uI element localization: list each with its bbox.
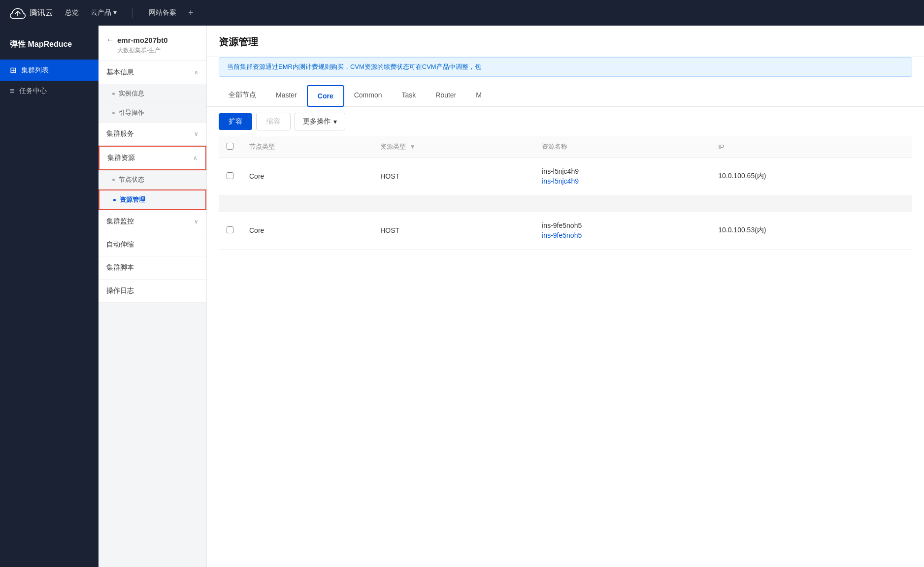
nav-divider (132, 8, 133, 18)
nav-products[interactable]: 云产品 ▾ (91, 8, 117, 17)
menu-cluster-script-label: 集群脚本 (106, 263, 134, 272)
table-row: Core HOST ins-l5njc4h9 ins-l5njc4h9 10.0… (219, 158, 912, 195)
logo-area: 腾讯云 (10, 7, 53, 19)
chevron-down-icon: ∨ (194, 130, 198, 137)
cluster-name: emr-mo207bt0 (117, 36, 168, 44)
row2-resource-name-link[interactable]: ins-9fe5noh5 (542, 231, 702, 239)
row1-resource-name-link[interactable]: ins-l5njc4h9 (542, 177, 702, 185)
table-container: 节点类型 资源类型 ▼ 资源名称 IP Core (207, 136, 924, 567)
more-ops-button[interactable]: 更多操作 ▾ (295, 113, 345, 130)
menu-ops-log[interactable]: 操作日志 (99, 280, 206, 303)
main-layout: 弹性 MapReduce ⊞ 集群列表 ≡ 任务中心 ← emr-mo207bt… (0, 26, 924, 567)
tab-common[interactable]: Common (344, 85, 392, 106)
row2-resource-name-top: ins-9fe5noh5 (542, 221, 702, 229)
left-sidebar: 弹性 MapReduce ⊞ 集群列表 ≡ 任务中心 (0, 26, 99, 567)
row2-resource-name: ins-9fe5noh5 ins-9fe5noh5 (534, 212, 710, 250)
row1-resource-name-top: ins-l5njc4h9 (542, 167, 702, 175)
sidebar-item-task-center[interactable]: ≡ 任务中心 (0, 81, 99, 101)
menu-ops-log-label: 操作日志 (106, 286, 134, 295)
row2-checkbox[interactable] (227, 226, 233, 233)
tabs-row: 全部节点 Master Core Common Task Router M (207, 85, 924, 107)
nav-overview[interactable]: 总览 (65, 8, 79, 17)
list-icon: ≡ (10, 87, 14, 95)
row2-node-type: Core (241, 212, 372, 250)
dot-icon (112, 112, 115, 114)
middle-panel: ← emr-mo207bt0 大数据集群-生产 基本信息 ∧ 实例信息 引导操作… (99, 26, 207, 567)
col-header-checkbox (219, 136, 241, 158)
toolbar: 扩容 缩容 更多操作 ▾ (207, 107, 924, 136)
row2-resource-type: HOST (372, 212, 534, 250)
menu-auto-scale[interactable]: 自动伸缩 (99, 233, 206, 256)
menu-cluster-script[interactable]: 集群脚本 (99, 256, 206, 280)
filter-icon[interactable]: ▼ (410, 143, 416, 150)
menu-instance-info[interactable]: 实例信息 (99, 84, 206, 103)
dot-icon-active (113, 199, 116, 201)
row1-resource-name-cell: ins-l5njc4h9 ins-l5njc4h9 (542, 167, 702, 185)
shrink-button[interactable]: 缩容 (256, 113, 291, 130)
menu-cluster-service-label: 集群服务 (106, 129, 134, 138)
sidebar-item-cluster-list[interactable]: ⊞ 集群列表 (0, 60, 99, 81)
menu-basic-info-label: 基本信息 (106, 68, 134, 77)
resource-table: 节点类型 资源类型 ▼ 资源名称 IP Core (219, 136, 912, 250)
dot-icon (112, 179, 115, 181)
select-all-checkbox[interactable] (227, 143, 233, 150)
menu-cluster-resource[interactable]: 集群资源 ∧ (99, 146, 206, 170)
right-content: 资源管理 当前集群资源通过EMR内测计费规则购买，CVM资源的续费状态可在CVM… (207, 26, 924, 567)
menu-resource-mgmt[interactable]: 资源管理 (99, 189, 206, 210)
sidebar-title: 弹性 MapReduce (0, 33, 99, 60)
menu-node-status[interactable]: 节点状态 (99, 170, 206, 189)
row1-checkbox-cell (219, 158, 241, 195)
tencent-cloud-logo (10, 7, 26, 19)
menu-resource-mgmt-label: 资源管理 (120, 195, 145, 204)
menu-instance-info-label: 实例信息 (119, 89, 144, 98)
sidebar-label-cluster-list: 集群列表 (21, 66, 49, 75)
col-header-node-type: 节点类型 (241, 136, 372, 158)
tab-router[interactable]: Router (426, 85, 466, 106)
row2-ip: 10.0.100.53(内) (710, 212, 912, 250)
row1-resource-type: HOST (372, 158, 534, 195)
dot-icon (112, 93, 115, 95)
grid-icon: ⊞ (10, 65, 16, 75)
logo-text: 腾讯云 (30, 8, 53, 18)
row2-checkbox-cell (219, 212, 241, 250)
menu-cluster-service[interactable]: 集群服务 ∨ (99, 123, 206, 146)
row1-checkbox[interactable] (227, 172, 233, 179)
nav-plus[interactable]: + (188, 8, 194, 18)
content-header: 资源管理 (207, 26, 924, 57)
top-nav: 腾讯云 总览 云产品 ▾ 网站备案 + (0, 0, 924, 26)
chevron-down-icon: ∨ (194, 218, 198, 225)
notice-bar: 当前集群资源通过EMR内测计费规则购买，CVM资源的续费状态可在CVM产品中调整… (219, 57, 912, 77)
col-header-ip: IP (710, 136, 912, 158)
tab-task[interactable]: Task (392, 85, 426, 106)
menu-node-status-label: 节点状态 (119, 175, 144, 184)
menu-cluster-monitor-label: 集群监控 (106, 217, 134, 226)
page-title: 资源管理 (219, 35, 912, 49)
menu-section: 基本信息 ∧ 实例信息 引导操作 集群服务 ∨ 集群资源 ∧ (99, 61, 206, 303)
menu-auto-scale-label: 自动伸缩 (106, 240, 134, 249)
menu-basic-info[interactable]: 基本信息 ∧ (99, 61, 206, 84)
nav-filing[interactable]: 网站备案 (149, 8, 176, 17)
menu-guide-ops-label: 引导操作 (119, 108, 144, 117)
cluster-subtitle: 大数据集群-生产 (106, 46, 198, 55)
more-ops-label: 更多操作 (303, 117, 330, 126)
menu-cluster-monitor[interactable]: 集群监控 ∨ (99, 210, 206, 233)
col-header-resource-name: 资源名称 (534, 136, 710, 158)
sidebar-label-task-center: 任务中心 (19, 87, 47, 95)
row-separator (219, 195, 912, 212)
middle-header: ← emr-mo207bt0 大数据集群-生产 (99, 26, 206, 61)
col-header-resource-type: 资源类型 ▼ (372, 136, 534, 158)
tab-all-nodes[interactable]: 全部节点 (219, 85, 266, 106)
tab-master[interactable]: Master (266, 85, 307, 106)
row1-resource-name: ins-l5njc4h9 ins-l5njc4h9 (534, 158, 710, 195)
tab-m[interactable]: M (466, 85, 492, 106)
tab-core[interactable]: Core (307, 85, 344, 107)
expand-button[interactable]: 扩容 (219, 113, 252, 130)
menu-guide-ops[interactable]: 引导操作 (99, 103, 206, 123)
row2-resource-name-cell: ins-9fe5noh5 ins-9fe5noh5 (542, 221, 702, 239)
back-link[interactable]: ← emr-mo207bt0 (106, 35, 198, 44)
table-row: Core HOST ins-9fe5noh5 ins-9fe5noh5 10.0… (219, 212, 912, 250)
row1-node-type: Core (241, 158, 372, 195)
dropdown-icon: ▾ (333, 118, 337, 126)
row1-ip: 10.0.100.65(内) (710, 158, 912, 195)
chevron-up-icon: ∧ (194, 69, 198, 76)
